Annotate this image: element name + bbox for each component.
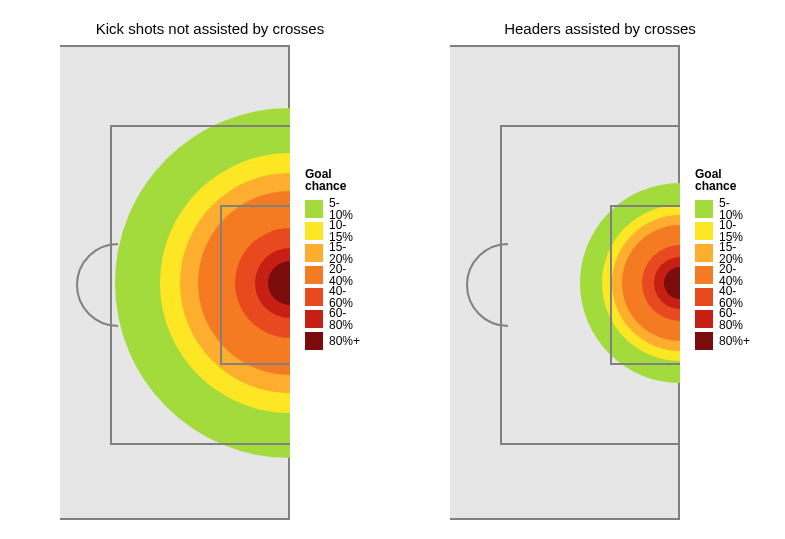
panel-kick-shots: Kick shots not assisted by crosses Goal … [60,0,360,539]
legend-swatch [305,200,323,218]
legend-item: 10-15% [305,220,360,242]
legend-swatch [695,244,713,262]
legend-item: 80%+ [305,330,360,352]
legend-label: 60-80% [329,307,360,331]
legend-swatch [695,332,713,350]
legend-item: 15-20% [695,242,750,264]
figure-stage: Kick shots not assisted by crosses Goal … [0,0,785,539]
legend-item: 5-10% [695,198,750,220]
legend-title: Goal chance [695,168,750,192]
legend-item: 20-40% [305,264,360,286]
legend-title: Goal chance [305,168,360,192]
legend-item: 60-80% [305,308,360,330]
legend-swatch [695,266,713,284]
legend-swatch [305,310,323,328]
legend-item: 20-40% [695,264,750,286]
pitch-area [450,45,680,520]
pitch-area [60,45,290,520]
legend-item: 15-20% [305,242,360,264]
legend-swatch [305,288,323,306]
panel-title: Headers assisted by crosses [450,20,750,37]
legend-swatch [305,222,323,240]
legend-label: 80%+ [719,335,750,347]
legend-item: 40-60% [305,286,360,308]
legend-item: 10-15% [695,220,750,242]
six-yard-box [220,205,290,365]
six-yard-box [610,205,680,365]
panel-headers: Headers assisted by crosses Goal chance … [450,0,750,539]
legend: Goal chance 5-10% 10-15% 15-20% 20-40% 4… [305,168,360,352]
legend-swatch [305,244,323,262]
legend-item: 5-10% [305,198,360,220]
legend-item: 80%+ [695,330,750,352]
legend-item: 60-80% [695,308,750,330]
legend-swatch [305,332,323,350]
legend-swatch [695,288,713,306]
panel-title: Kick shots not assisted by crosses [60,20,360,37]
legend: Goal chance 5-10% 10-15% 15-20% 20-40% 4… [695,168,750,352]
legend-item: 40-60% [695,286,750,308]
legend-swatch [695,200,713,218]
legend-swatch [695,310,713,328]
legend-label: 80%+ [329,335,360,347]
legend-swatch [305,266,323,284]
legend-label: 60-80% [719,307,750,331]
legend-swatch [695,222,713,240]
